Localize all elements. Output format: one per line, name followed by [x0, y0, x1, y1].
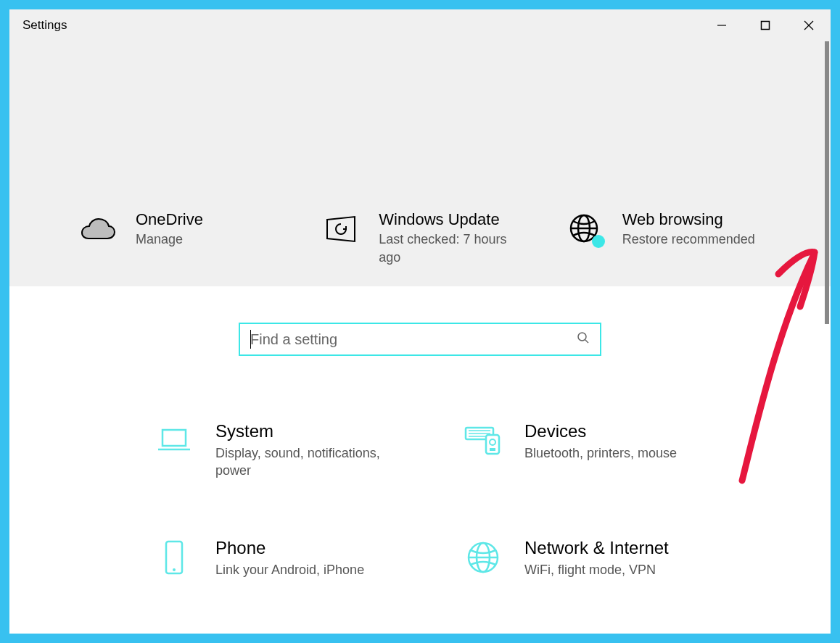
category-grid: System Display, sound, notifications, po…: [155, 421, 744, 578]
settings-window: Settings OneDrive: [9, 9, 831, 634]
search-input[interactable]: [250, 331, 577, 348]
category-title: Network & Internet: [524, 538, 669, 558]
category-subtitle: Bluetooth, printers, mouse: [524, 444, 677, 462]
svg-point-8: [578, 333, 586, 341]
svg-point-20: [173, 568, 176, 571]
status-windows-update[interactable]: Windows Update Last checked: 7 hours ago: [322, 210, 543, 266]
globe-icon: [464, 538, 503, 577]
category-title: System: [215, 421, 390, 441]
globe-icon: [566, 210, 604, 248]
close-button[interactable]: [787, 9, 831, 41]
status-title: Web browsing: [622, 210, 755, 229]
category-devices[interactable]: Devices Bluetooth, printers, mouse: [464, 421, 744, 480]
svg-line-9: [585, 340, 588, 343]
status-onedrive[interactable]: OneDrive Manage: [79, 210, 300, 266]
category-text: System Display, sound, notifications, po…: [215, 421, 390, 480]
devices-icon: [464, 421, 503, 460]
minimize-button[interactable]: [700, 9, 744, 41]
category-subtitle: Link your Android, iPhone: [215, 561, 364, 578]
maximize-button[interactable]: [744, 9, 787, 41]
status-badge-dot: [592, 235, 605, 248]
maximize-icon: [760, 20, 770, 30]
svg-marker-4: [327, 217, 355, 241]
header-area: OneDrive Manage Windows Update Last chec…: [9, 41, 831, 286]
svg-rect-10: [162, 430, 186, 446]
cloud-icon: [79, 210, 117, 248]
laptop-icon: [155, 421, 194, 460]
category-subtitle: Display, sound, notifications, power: [215, 444, 390, 480]
status-subtitle: Restore recommended: [622, 231, 755, 248]
update-icon: [322, 210, 360, 248]
status-update-text: Windows Update Last checked: 7 hours ago: [379, 210, 509, 266]
text-caret: [250, 330, 251, 349]
category-text: Devices Bluetooth, printers, mouse: [524, 421, 677, 462]
search-wrap: [9, 286, 831, 356]
category-system[interactable]: System Display, sound, notifications, po…: [155, 421, 435, 480]
close-icon: [804, 20, 814, 30]
status-row: OneDrive Manage Windows Update Last chec…: [79, 210, 787, 266]
svg-rect-1: [762, 22, 770, 30]
status-subtitle: Manage: [136, 231, 203, 248]
category-subtitle: WiFi, flight mode, VPN: [524, 561, 669, 578]
search-box[interactable]: [239, 323, 601, 356]
phone-icon: [155, 538, 194, 577]
status-web-browsing[interactable]: Web browsing Restore recommended: [566, 210, 787, 266]
scrollbar-thumb[interactable]: [825, 41, 829, 324]
category-text: Network & Internet WiFi, flight mode, VP…: [524, 538, 669, 578]
minimize-icon: [717, 20, 727, 30]
category-title: Devices: [524, 421, 677, 441]
status-title: OneDrive: [136, 210, 203, 229]
window-controls: [700, 9, 831, 41]
category-title: Phone: [215, 538, 364, 558]
content-area: System Display, sound, notifications, po…: [9, 286, 831, 634]
category-phone[interactable]: Phone Link your Android, iPhone: [155, 538, 435, 578]
status-browsing-text: Web browsing Restore recommended: [622, 210, 755, 249]
svg-rect-18: [490, 448, 495, 451]
category-text: Phone Link your Android, iPhone: [215, 538, 364, 578]
status-title: Windows Update: [379, 210, 509, 229]
titlebar: Settings: [9, 9, 831, 41]
status-subtitle: Last checked: 7 hours ago: [379, 231, 509, 266]
window-title: Settings: [22, 18, 67, 33]
search-icon: [577, 331, 590, 347]
category-network[interactable]: Network & Internet WiFi, flight mode, VP…: [464, 538, 744, 578]
status-onedrive-text: OneDrive Manage: [136, 210, 203, 249]
